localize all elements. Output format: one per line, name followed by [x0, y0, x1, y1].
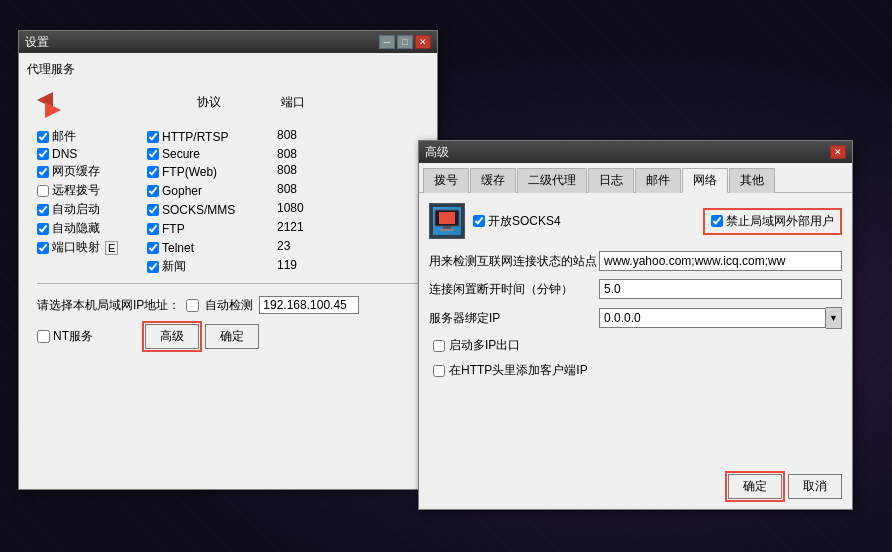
form-row-client-ip-header: 在HTTP头里添加客户端IP	[429, 362, 842, 379]
webcache-checkbox[interactable]	[37, 166, 49, 178]
tab-network[interactable]: 网络	[682, 168, 728, 193]
port-2121: 2121	[277, 220, 357, 237]
list-item: Gopher	[147, 182, 277, 199]
idle-timeout-label: 连接闲置断开时间（分钟）	[429, 281, 599, 298]
advanced-content: 开放SOCKS4 禁止局域网外部用户 用来检测互联网连接状态的站点 连接闲置断开…	[419, 193, 852, 389]
settings-dialog: 设置 ─ □ ✕ 代理服务 协议 端口 邮件 HTTP/	[18, 30, 438, 490]
advanced-button[interactable]: 高级	[145, 324, 199, 349]
ftpweb-checkbox[interactable]	[147, 166, 159, 178]
autohide-checkbox[interactable]	[37, 223, 49, 235]
remote-dial-checkbox[interactable]	[37, 185, 49, 197]
auto-detect-label: 自动检测	[205, 297, 253, 314]
ip-input[interactable]	[259, 296, 359, 314]
advanced-title: 高级	[425, 144, 449, 161]
settings-ok-button[interactable]: 确定	[205, 324, 259, 349]
ip-row: 请选择本机局域网IP地址： 自动检测	[27, 292, 429, 318]
settings-minimize-button[interactable]: ─	[379, 35, 395, 49]
gopher-checkbox[interactable]	[147, 185, 159, 197]
port-808-4: 808	[277, 182, 357, 199]
socks-mms-label: SOCKS/MMS	[162, 203, 235, 217]
list-item: Secure	[147, 147, 277, 161]
server-ip-input[interactable]	[599, 308, 826, 328]
socks4-option: 开放SOCKS4	[473, 213, 561, 230]
tab-mail[interactable]: 邮件	[635, 168, 681, 193]
network-icon-inner	[433, 207, 461, 235]
portmap-extra: E	[105, 241, 118, 255]
socks-mms-checkbox[interactable]	[147, 204, 159, 216]
advanced-ok-button[interactable]: 确定	[728, 474, 782, 499]
advanced-cancel-button[interactable]: 取消	[788, 474, 842, 499]
gopher-label: Gopher	[162, 184, 202, 198]
ftp-checkbox[interactable]	[147, 223, 159, 235]
list-item: 自动启动	[37, 201, 147, 218]
secure-checkbox[interactable]	[147, 148, 159, 160]
svg-rect-1	[439, 212, 455, 224]
port-808-2: 808	[277, 147, 357, 161]
port-808-3: 808	[277, 163, 357, 180]
client-ip-header-label: 在HTTP头里添加客户端IP	[449, 362, 588, 379]
settings-buttons: NT服务 高级 确定	[27, 318, 429, 355]
server-ip-dropdown-button[interactable]: ▼	[826, 307, 842, 329]
separator-line	[37, 283, 419, 284]
ban-checkbox[interactable]	[711, 215, 723, 227]
proxy-arrows-icon	[37, 84, 77, 120]
http-rtsp-checkbox[interactable]	[147, 131, 159, 143]
proxy-icon-area: 协议 端口	[27, 84, 429, 120]
proxy-rows: 邮件 HTTP/RTSP 808 DNS Secure 808 网页缓存	[27, 128, 429, 275]
idle-timeout-input[interactable]	[599, 279, 842, 299]
socks4-checkbox[interactable]	[473, 215, 485, 227]
list-item	[37, 258, 147, 275]
advanced-buttons: 确定 取消	[728, 474, 842, 499]
nt-service-checkbox[interactable]	[37, 330, 50, 343]
list-item: 远程拨号	[37, 182, 147, 199]
ftpweb-label: FTP(Web)	[162, 165, 217, 179]
tab-cache[interactable]: 缓存	[470, 168, 516, 193]
tab-secondary-proxy[interactable]: 二级代理	[517, 168, 587, 193]
remote-dial-label: 远程拨号	[52, 182, 100, 199]
auto-detect-checkbox[interactable]	[186, 299, 199, 312]
tab-dial[interactable]: 拨号	[423, 168, 469, 193]
settings-maximize-button[interactable]: □	[397, 35, 413, 49]
settings-close-button[interactable]: ✕	[415, 35, 431, 49]
list-item: FTP	[147, 220, 277, 237]
list-item: SOCKS/MMS	[147, 201, 277, 218]
advanced-close-button[interactable]: ✕	[830, 145, 846, 159]
news-checkbox[interactable]	[147, 261, 159, 273]
port-23: 23	[277, 239, 357, 256]
tab-other[interactable]: 其他	[729, 168, 775, 193]
multi-ip-checkbox[interactable]	[433, 340, 445, 352]
advanced-form: 用来检测互联网连接状态的站点 连接闲置断开时间（分钟） 服务器绑定IP ▼ 启动…	[429, 251, 842, 379]
nt-service-label: NT服务	[53, 328, 93, 345]
ip-label: 请选择本机局域网IP地址：	[37, 297, 180, 314]
portmap-checkbox[interactable]	[37, 242, 49, 254]
list-item: DNS	[37, 147, 147, 161]
port-808-1: 808	[277, 128, 357, 145]
settings-title: 设置	[25, 34, 49, 51]
webcache-label: 网页缓存	[52, 163, 100, 180]
svg-rect-3	[440, 229, 454, 231]
client-ip-header-checkbox[interactable]	[433, 365, 445, 377]
form-row-multi-ip: 启动多IP出口	[429, 337, 842, 354]
settings-title-buttons: ─ □ ✕	[379, 35, 431, 49]
autostart-checkbox[interactable]	[37, 204, 49, 216]
secure-label: Secure	[162, 147, 200, 161]
settings-titlebar: 设置 ─ □ ✕	[19, 31, 437, 53]
network-status-icon	[429, 203, 465, 239]
protocol-col-header: 协议	[197, 94, 221, 111]
ban-external-option: 禁止局域网外部用户	[703, 208, 842, 235]
server-ip-dropdown-container: ▼	[599, 307, 842, 329]
form-row-idle-timeout: 连接闲置断开时间（分钟）	[429, 279, 842, 299]
http-rtsp-label: HTTP/RTSP	[162, 130, 228, 144]
detect-sites-input[interactable]	[599, 251, 842, 271]
tab-log[interactable]: 日志	[588, 168, 634, 193]
telnet-checkbox[interactable]	[147, 242, 159, 254]
form-row-detect-sites: 用来检测互联网连接状态的站点	[429, 251, 842, 271]
list-item: Telnet	[147, 239, 277, 256]
dns-checkbox[interactable]	[37, 148, 49, 160]
portmap-label: 端口映射	[52, 239, 100, 256]
autostart-label: 自动启动	[52, 201, 100, 218]
mail-checkbox[interactable]	[37, 131, 49, 143]
autohide-label: 自动隐藏	[52, 220, 100, 237]
list-item: 自动隐藏	[37, 220, 147, 237]
list-item: HTTP/RTSP	[147, 128, 277, 145]
